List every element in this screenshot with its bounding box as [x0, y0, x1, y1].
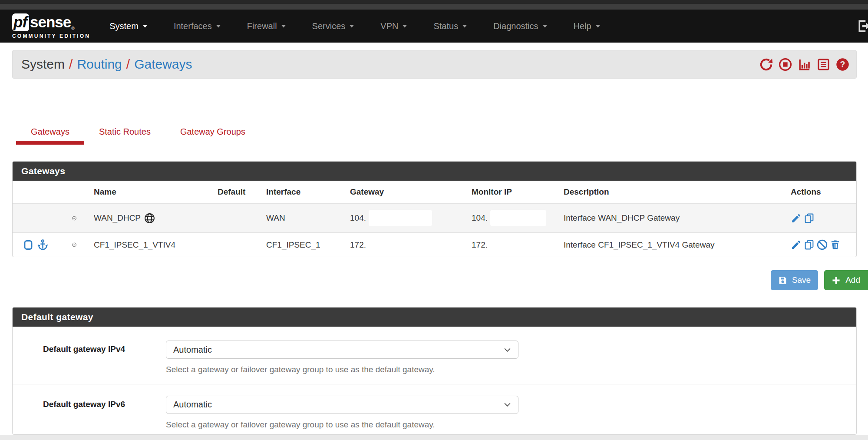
default-gateway-ipv6-label: Default gateway IPv6	[43, 396, 166, 430]
col-status-header	[63, 181, 85, 204]
menu-item-help[interactable]: Help	[561, 10, 614, 43]
add-button[interactable]: Add	[824, 270, 868, 290]
name-cell: WAN_DHCP	[85, 204, 209, 233]
plus-icon	[832, 276, 841, 285]
chevron-down-icon	[216, 24, 221, 28]
breadcrumb-separator: /	[122, 58, 134, 71]
save-icon	[778, 276, 787, 285]
default-gateway-panel-title: Default gateway	[13, 308, 856, 327]
redacted-ip	[490, 210, 546, 226]
window-title-strip	[0, 4, 868, 10]
page: pf sense ® COMMUNITY EDITION System Inte…	[0, 0, 868, 435]
description-cell: Interface WAN_DHCP Gateway	[555, 204, 782, 233]
selected-value: Automatic	[173, 345, 212, 355]
row-icons-cell	[13, 204, 63, 233]
row-icons-cell	[13, 233, 63, 257]
description-cell: Interface CF1_IPSEC_1_VTIV4 Gateway	[555, 233, 782, 257]
status-cell	[63, 204, 85, 233]
breadcrumb-system: System	[21, 58, 65, 71]
table-row: CF1_IPSEC_1_VTIV4 CF1_IPSEC_1 172. 172. …	[13, 233, 856, 257]
menu-item-diagnostics[interactable]: Diagnostics	[480, 10, 560, 43]
col-description-header: Description	[555, 181, 782, 204]
tab-gateways[interactable]: Gateways	[16, 124, 84, 145]
chevron-down-icon	[402, 24, 407, 28]
menu-item-label: Interfaces	[174, 21, 212, 31]
default-gateway-ipv6-help: Select a gateway or failover gateway gro…	[166, 419, 846, 430]
chevron-down-icon	[142, 24, 148, 28]
col-gateway-header: Gateway	[341, 181, 463, 204]
sign-out-icon[interactable]	[857, 18, 868, 34]
redacted-ip	[369, 210, 432, 226]
monitor-ip-cell: 104.	[463, 204, 555, 233]
square-icon	[24, 240, 33, 250]
selected-value: Automatic	[173, 400, 212, 410]
copy-icon[interactable]	[804, 239, 815, 250]
check-circle-icon	[72, 212, 76, 224]
tab-static-routes[interactable]: Static Routes	[84, 124, 165, 145]
menu-item-label: Firewall	[247, 21, 277, 31]
log-icon[interactable]	[817, 58, 830, 71]
chevron-down-icon	[462, 24, 467, 28]
menu-item-label: System	[109, 21, 139, 31]
chevron-down-icon	[349, 24, 354, 28]
menu-item-firewall[interactable]: Firewall	[234, 10, 299, 43]
logo-pf: pf	[12, 13, 29, 31]
routing-tabs: Gateways Static Routes Gateway Groups	[16, 124, 868, 145]
gateway-ip-cell: 172.	[341, 233, 463, 257]
col-name-header: Name	[85, 181, 209, 204]
anchor-icon	[37, 239, 49, 251]
gateways-panel-title: Gateways	[13, 162, 856, 181]
chevron-down-icon	[281, 24, 286, 28]
delete-icon[interactable]	[830, 239, 841, 250]
save-button-label: Save	[792, 275, 811, 285]
table-header-row: Name Default Interface Gateway Monitor I…	[13, 181, 856, 204]
chevron-down-icon	[595, 24, 601, 28]
breadcrumb-gateways-link[interactable]: Gateways	[134, 58, 192, 71]
table-actions-row: Save Add	[0, 270, 868, 290]
default-gateway-ipv4-label: Default gateway IPv4	[43, 341, 166, 375]
menu-item-system[interactable]: System	[96, 10, 161, 43]
col-monitor-header: Monitor IP	[463, 181, 555, 204]
col-actions-header: Actions	[782, 181, 856, 204]
gateway-ip: 104.	[350, 213, 366, 223]
save-button[interactable]: Save	[771, 270, 818, 290]
monitor-ip-cell: 172.	[463, 233, 555, 257]
actions-cell	[782, 204, 856, 233]
edit-icon[interactable]	[791, 239, 802, 250]
chevron-down-icon	[504, 402, 511, 407]
edit-icon[interactable]	[791, 213, 802, 224]
menu-item-label: VPN	[380, 21, 398, 31]
disable-icon[interactable]	[817, 239, 828, 250]
gateway-ip-cell: 104.	[341, 204, 463, 233]
pfsense-logo[interactable]: pf sense ® COMMUNITY EDITION	[12, 13, 90, 39]
chart-icon[interactable]	[798, 58, 811, 71]
menu-item-interfaces[interactable]: Interfaces	[161, 10, 234, 43]
tab-gateway-groups[interactable]: Gateway Groups	[165, 124, 260, 145]
globe-icon	[144, 213, 155, 224]
add-button-label: Add	[845, 275, 860, 285]
status-cell	[63, 233, 85, 257]
logo-sense: sense	[30, 13, 71, 30]
menu-item-label: Diagnostics	[493, 21, 538, 31]
default-gateway-ipv6-select[interactable]: Automatic	[166, 396, 518, 414]
chevron-down-icon	[504, 347, 511, 352]
table-row: WAN_DHCP WAN 104.	[13, 204, 856, 233]
refresh-icon[interactable]	[759, 58, 773, 71]
check-circle-icon	[72, 239, 76, 251]
default-gateway-ipv4-select[interactable]: Automatic	[166, 341, 518, 359]
menu-item-vpn[interactable]: VPN	[367, 10, 420, 43]
form-group-ipv4: Default gateway IPv4 Automatic Select a …	[13, 327, 856, 384]
gateway-name: WAN_DHCP	[94, 213, 141, 223]
interface-cell: CF1_IPSEC_1	[257, 233, 341, 257]
menu-item-services[interactable]: Services	[299, 10, 368, 43]
help-icon[interactable]: ?	[836, 58, 849, 71]
menu-item-label: Help	[574, 21, 591, 31]
menu-item-status[interactable]: Status	[420, 10, 480, 43]
copy-icon[interactable]	[804, 213, 815, 224]
gateways-panel: Gateways Name Default Interface Gateway …	[12, 161, 857, 257]
breadcrumb-routing-link[interactable]: Routing	[77, 58, 122, 71]
menu-item-label: Services	[312, 21, 346, 31]
default-gateway-ipv4-help: Select a gateway or failover gateway gro…	[166, 364, 846, 375]
breadcrumb-bar: System / Routing / Gateways ?	[12, 50, 857, 79]
stop-icon[interactable]	[779, 58, 792, 71]
